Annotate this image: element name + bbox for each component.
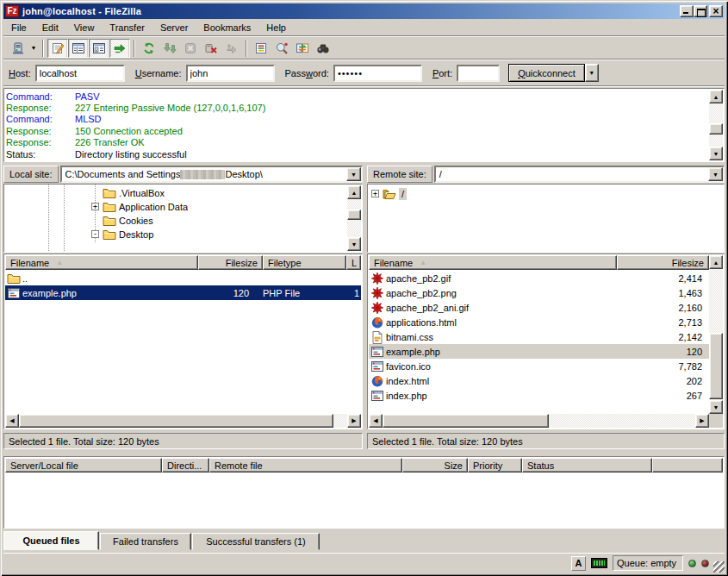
disconnect-button[interactable] [201,39,221,58]
file-row-selected[interactable]: example.php 120 [369,344,709,359]
folder-icon-label: .VirtualBox [119,188,165,198]
menu-bar: File Edit View Transfer Server Bookmarks… [3,20,725,35]
scroll-right-button[interactable]: ▶ [695,414,709,428]
title-bar[interactable]: Fz john@localhost - FileZilla [3,3,725,19]
synchronized-browsing-button[interactable] [292,39,313,58]
process-queue-button[interactable] [159,39,180,58]
find-files-button[interactable] [313,39,333,58]
file-row[interactable]: apache_pb2.gif 2,414 [369,271,709,285]
file-row[interactable]: favicon.ico 7,782 [369,359,709,373]
scrollbar-thumb[interactable] [709,123,723,135]
maximize-button[interactable] [694,5,707,17]
window-title: john@localhost - FileZilla [22,6,141,16]
site-manager-dropdown[interactable]: ▼ [28,39,39,58]
column-header-size[interactable]: Size [402,458,468,473]
toggle-message-log-button[interactable] [47,39,68,58]
tab-successful-transfers[interactable]: Successful transfers (1) [192,533,320,550]
minimize-button[interactable] [680,5,694,17]
file-row[interactable]: bitnami.css 2,142 [369,329,709,344]
remote-list-header: Filename▲ Filesize [369,255,709,270]
scroll-up-button[interactable]: ▲ [709,255,723,269]
scroll-left-button[interactable]: ◀ [369,414,383,428]
menu-transfer[interactable]: Transfer [102,21,152,34]
column-header-status[interactable]: Status [522,458,652,473]
menu-server[interactable]: Server [152,21,196,34]
directory-comparison-button[interactable] [271,39,292,58]
scroll-down-button[interactable]: ▼ [709,400,723,414]
close-button[interactable] [709,5,723,17]
column-header-filesize[interactable]: Filesize [617,255,709,270]
menu-file[interactable]: File [3,21,34,34]
file-row[interactable]: index.php 267 [369,388,709,403]
scrollbar-thumb[interactable] [709,333,723,399]
php-file-icon [370,389,384,403]
tab-queued-files[interactable]: Queued files [3,531,99,550]
scrollbar-corner [709,414,723,428]
column-header-last-modified[interactable]: L [346,255,361,270]
scroll-up-button[interactable]: ▲ [347,185,361,199]
column-header-server-local-file[interactable]: Server/Local file [5,458,162,473]
combo-dropdown-icon[interactable]: ▼ [346,167,361,181]
file-row[interactable]: index.html 202 [369,373,709,388]
local-site-combobox[interactable]: C:\Documents and SettingsDesktop\ ▼ [60,166,363,183]
column-header-filename[interactable]: Filename▲ [369,255,617,270]
scrollbar-thumb[interactable] [347,210,361,220]
filter-button[interactable] [251,39,271,58]
file-row-example-php[interactable]: example.php 120 PHP File 1 [5,285,361,300]
expand-icon[interactable]: + [91,203,99,210]
toggle-transfer-queue-button[interactable] [109,39,130,58]
message-log: Command:PASV Response:227 Entering Passi… [3,88,725,162]
tree-item-root[interactable]: / [383,187,407,201]
menu-bookmarks[interactable]: Bookmarks [196,21,258,34]
tree-item-virtualbox[interactable]: .VirtualBox [103,186,165,200]
file-row[interactable]: apache_pb2.png 1,463 [369,285,709,300]
refresh-button[interactable] [139,39,159,58]
remote-list-vscrollbar[interactable]: ▲ ▼ [709,255,723,414]
data-type-indicator-icon[interactable]: A [571,556,586,571]
toggle-remote-tree-button[interactable] [89,39,109,58]
local-list-hscrollbar[interactable]: ◀ ▶ [5,414,361,428]
port-input[interactable] [457,65,500,82]
scroll-right-button[interactable]: ▶ [347,414,361,428]
remote-list-hscrollbar[interactable]: ◀ ▶ [369,414,709,428]
quickconnect-button[interactable]: Quickconnect [508,64,585,82]
menu-view[interactable]: View [66,21,103,34]
scroll-up-button[interactable]: ▲ [709,90,723,103]
folder-icon [7,272,21,285]
site-manager-button[interactable] [8,39,28,58]
host-input[interactable] [35,65,125,82]
speed-limits-icon[interactable] [591,558,607,568]
column-header-priority[interactable]: Priority [468,458,522,473]
scroll-down-button[interactable]: ▼ [709,147,723,160]
column-header-remote-file[interactable]: Remote file [209,458,402,473]
collapse-icon[interactable]: - [91,230,99,238]
file-row[interactable]: applications.html 2,713 [369,315,709,329]
tab-failed-transfers[interactable]: Failed transfers [100,533,191,550]
expand-icon[interactable]: + [371,190,379,197]
ico-file-icon [370,360,384,373]
menu-edit[interactable]: Edit [34,21,66,34]
column-header-direction[interactable]: Directi... [162,458,209,473]
column-header-filename[interactable]: Filename▲ [5,255,198,270]
scroll-left-button[interactable]: ◀ [5,414,19,428]
tree-item-desktop[interactable]: Desktop [103,228,153,241]
password-input[interactable] [333,65,422,82]
scrollbar-thumb[interactable] [19,414,333,428]
tree-item-cookies[interactable]: Cookies [103,214,153,228]
tree-item-application-data[interactable]: Application Data [103,200,188,214]
resize-grip[interactable] [713,561,725,573]
file-row-parent-dir[interactable]: .. [5,271,361,285]
remote-site-combobox[interactable]: / ▼ [434,166,725,183]
quickconnect-dropdown[interactable]: ▼ [585,64,599,82]
menu-help[interactable]: Help [258,21,294,34]
column-header-filetype[interactable]: Filetype [263,255,346,270]
toggle-local-tree-button[interactable] [68,39,89,58]
local-tree-scrollbar[interactable]: ▲ ▼ [347,185,361,251]
username-input[interactable] [186,65,275,82]
file-row[interactable]: apache_pb2_ani.gif 2,160 [369,300,709,315]
log-scrollbar[interactable]: ▲ ▼ [709,90,723,160]
column-header-filesize[interactable]: Filesize [198,255,263,270]
combo-dropdown-icon[interactable]: ▼ [708,167,723,181]
scrollbar-thumb[interactable] [383,414,549,428]
scroll-down-button[interactable]: ▼ [347,237,361,251]
